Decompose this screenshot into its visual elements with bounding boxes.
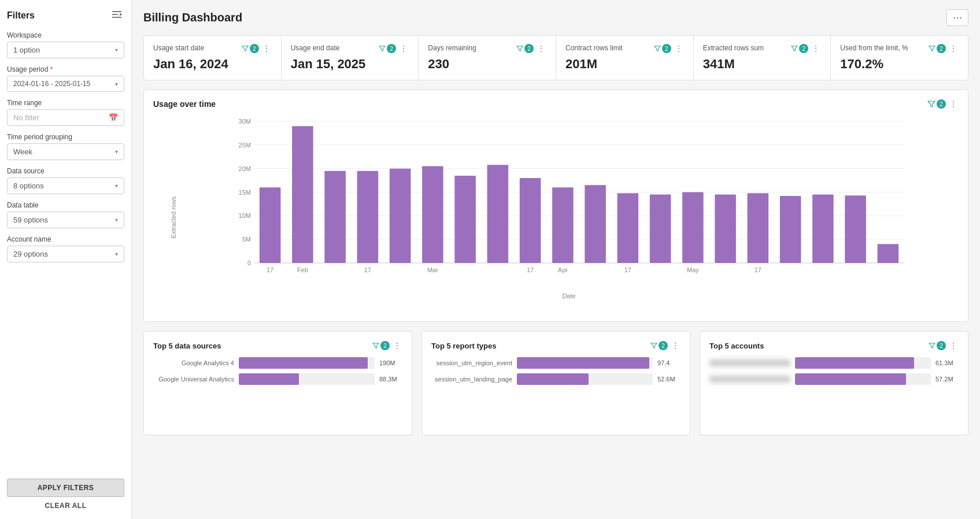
stat-card-title: Contract rows limit	[565, 44, 654, 53]
filter-time-period-grouping-value: Week	[13, 147, 32, 156]
svg-rect-20	[357, 171, 379, 263]
svg-text:20M: 20M	[239, 165, 251, 172]
filter-time-period-grouping-select[interactable]: Week ▾	[7, 143, 124, 160]
bottom-chart-title: Top 5 accounts	[709, 342, 764, 350]
filter-icon	[929, 45, 935, 52]
filter-usage-period: Usage period * 2024-01-16 - 2025-01-15 ▾	[7, 65, 124, 92]
svg-text:25M: 25M	[239, 142, 251, 149]
filter-count: 2	[380, 341, 390, 350]
chevron-down-icon: ▾	[115, 81, 118, 87]
filter-count: 2	[799, 44, 808, 53]
stat-card-value: 201M	[565, 57, 684, 72]
sidebar-footer: APPLY FILTERS CLEAR ALL	[7, 469, 124, 510]
bar-value: 190M	[379, 359, 402, 366]
stat-card-more-button[interactable]: ⋮	[674, 44, 684, 53]
bar-track	[517, 357, 653, 369]
filter-badge: 2	[379, 44, 396, 53]
filter-badge: 2	[516, 44, 534, 53]
stat-card-5: Used from the limit, % 2 ⋮ 170.2%	[831, 36, 968, 80]
stat-card-header: Days remaining 2 ⋮	[428, 44, 546, 53]
chart-more-button[interactable]: ⋮	[670, 341, 681, 350]
filter-data-source: Data source 8 options ▾	[7, 167, 124, 194]
stat-card-4: Extracted rows sum 2 ⋮ 341M	[694, 36, 831, 80]
svg-rect-30	[682, 192, 704, 264]
stat-card-header: Extracted rows sum 2 ⋮	[703, 44, 822, 53]
bar-track	[517, 373, 653, 385]
filter-count: 2	[659, 341, 668, 350]
bar-label: Google Analytics 4	[153, 359, 234, 366]
usage-chart-svg: 05M10M15M20M25M30M17Feb17Mar17Apr17May17	[185, 116, 953, 289]
bottom-charts-row: Top 5 data sources 2 ⋮ Google Analytics …	[143, 331, 968, 435]
filter-badge: 2	[654, 44, 671, 53]
filter-account-name-select[interactable]: 29 options ▾	[7, 246, 124, 262]
filter-data-source-select[interactable]: 8 options ▾	[7, 177, 124, 194]
main-content: Billing Dashboard ⋯ Usage start date 2 ⋮…	[132, 0, 980, 519]
collapse-button[interactable]	[109, 9, 124, 22]
chart-more-button[interactable]: ⋮	[392, 341, 402, 350]
clear-all-button[interactable]: CLEAR ALL	[7, 502, 124, 510]
filter-data-table-value: 59 options	[13, 216, 48, 224]
stat-card-0: Usage start date 2 ⋮ Jan 16, 2024	[144, 36, 282, 80]
apply-filters-button[interactable]: APPLY FILTERS	[7, 479, 124, 497]
filter-icon	[372, 342, 379, 349]
bar-fill	[239, 373, 299, 385]
svg-rect-26	[552, 187, 574, 263]
bar-track	[239, 373, 375, 385]
svg-rect-32	[748, 193, 769, 263]
filter-account-name-label: Account name	[7, 235, 124, 243]
bar-fill	[517, 357, 649, 369]
stat-card-header: Usage end date 2 ⋮	[291, 44, 409, 53]
filter-icon	[379, 45, 386, 52]
bar-row-1: session_utm_landing_page 52.6M	[431, 373, 681, 385]
bar-row-0: Google Analytics 4 190M	[153, 357, 402, 369]
svg-text:17: 17	[624, 266, 631, 273]
sidebar-title: Filters	[7, 10, 35, 21]
filter-count: 2	[524, 44, 534, 53]
filter-badge: 2	[242, 44, 259, 53]
svg-rect-35	[845, 195, 866, 263]
bar-row-0: ████████████ 61.3M	[709, 357, 959, 369]
stat-card-2: Days remaining 2 ⋮ 230	[419, 36, 556, 80]
filter-time-range-input[interactable]: No filter 📅	[7, 109, 124, 126]
dashboard-more-button[interactable]: ⋯	[946, 9, 968, 26]
filter-workspace-label: Workspace	[7, 31, 124, 39]
chart-more-button[interactable]: ⋮	[948, 99, 959, 109]
svg-rect-22	[422, 166, 443, 263]
filter-workspace-value: 1 option	[13, 46, 40, 54]
svg-rect-19	[324, 171, 346, 263]
filter-usage-period-value: 2024-01-16 - 2025-01-15	[13, 80, 90, 88]
filter-usage-period-select[interactable]: 2024-01-16 - 2025-01-15 ▾	[7, 76, 124, 92]
chart-more-button[interactable]: ⋮	[948, 341, 959, 350]
filter-usage-period-label: Usage period *	[7, 65, 124, 73]
bar-track	[795, 357, 931, 369]
bar-value: 61.3M	[935, 359, 959, 366]
chart-actions: 2 ⋮	[650, 341, 681, 350]
bar-value: 97.4	[657, 359, 681, 366]
bar-track	[239, 357, 375, 369]
stat-card-more-button[interactable]: ⋮	[536, 44, 546, 53]
filter-data-source-value: 8 options	[13, 181, 44, 190]
stat-card-more-button[interactable]: ⋮	[948, 44, 959, 53]
bar-value: 57.2M	[935, 376, 959, 383]
stat-card-actions: 2 ⋮	[791, 44, 821, 53]
stat-card-more-button[interactable]: ⋮	[261, 44, 272, 53]
stat-cards-row: Usage start date 2 ⋮ Jan 16, 2024 Usage …	[143, 35, 968, 80]
svg-rect-23	[454, 176, 476, 263]
chart-actions: 2 ⋮	[929, 341, 959, 350]
filter-data-table-select[interactable]: 59 options ▾	[7, 212, 124, 228]
stat-card-title: Usage start date	[153, 44, 242, 53]
filter-count: 2	[937, 341, 946, 350]
stat-card-value: Jan 16, 2024	[153, 57, 272, 72]
stat-card-title: Days remaining	[428, 44, 516, 53]
stat-card-more-button[interactable]: ⋮	[398, 44, 409, 53]
stat-card-more-button[interactable]: ⋮	[811, 44, 821, 53]
usage-over-time-chart: Usage over time 2 ⋮ Extracted rows 05M10…	[143, 90, 968, 322]
bottom-chart-header: Top 5 report types 2 ⋮	[431, 341, 681, 350]
filter-workspace-select[interactable]: 1 option ▾	[7, 42, 124, 58]
svg-rect-29	[650, 195, 671, 263]
stat-card-actions: 2 ⋮	[242, 44, 272, 53]
svg-text:17: 17	[364, 266, 371, 273]
stat-card-actions: 2 ⋮	[379, 44, 409, 53]
bar-label: ████████████	[709, 359, 790, 366]
svg-rect-28	[617, 193, 639, 263]
